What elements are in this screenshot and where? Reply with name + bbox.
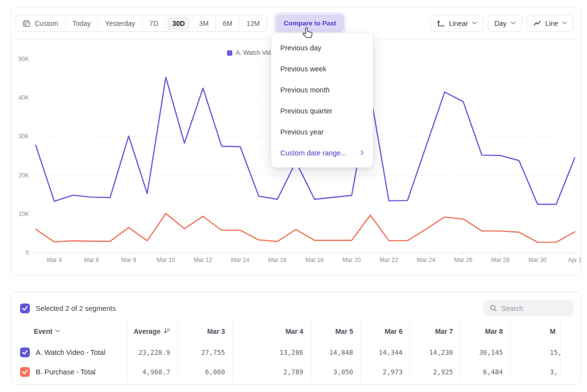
menu-item-label: Previous quarter [280, 107, 332, 115]
value: 3, [550, 368, 558, 376]
view-controls: LinearDayLine [430, 15, 574, 32]
column-header-label: Mar 4 [285, 327, 303, 335]
menu-item-previous-year[interactable]: Previous year [271, 121, 373, 142]
value-cell: 30,145 [461, 343, 511, 362]
range-label: 7D [149, 20, 158, 27]
svg-text:Mar 6: Mar 6 [84, 257, 99, 263]
value-cell: 23,228.9 [128, 343, 178, 362]
event-header-label: Event [34, 327, 52, 335]
range-button-custom[interactable]: Custom [16, 15, 66, 31]
value: 4,968.7 [142, 368, 170, 376]
chevron-down-icon [562, 22, 567, 25]
menu-item-previous-quarter[interactable]: Previous quarter [271, 100, 373, 121]
segment-name[interactable]: B. Purchase - Total [36, 368, 95, 376]
segment-name[interactable]: A. Watch Video - Total [36, 348, 105, 356]
linear-dropdown-button[interactable]: Linear [430, 15, 484, 32]
svg-text:Mar 22: Mar 22 [380, 257, 398, 263]
column-header-mar-7: Mar 7 [410, 320, 461, 343]
column-header-label: Mar 3 [207, 327, 225, 335]
event-column-header[interactable]: Event [11, 320, 128, 343]
chevron-down-icon [472, 22, 477, 25]
column-header-label: Mar 6 [384, 327, 403, 335]
column-header-label: Average [134, 327, 160, 335]
range-button-7d[interactable]: 7D [142, 15, 165, 31]
calendar-icon [23, 20, 30, 27]
select-all-checkbox[interactable] [20, 304, 30, 313]
svg-text:Mar 24: Mar 24 [417, 257, 435, 263]
column-header-label: Mar 8 [485, 327, 503, 335]
menu-item-label: Previous week [280, 65, 326, 73]
segment-checkbox[interactable] [20, 367, 30, 377]
range-button-today[interactable]: Today [66, 15, 98, 31]
event-cell: B. Purchase - Total [11, 362, 128, 382]
control-label: Day [495, 20, 507, 27]
svg-text:Mar 16: Mar 16 [268, 257, 287, 263]
selected-segments-label: Selected 2 of 2 segments [36, 305, 116, 312]
segments-header-row: Selected 2 of 2 segments [11, 292, 581, 318]
svg-text:0: 0 [25, 249, 29, 256]
menu-item-label: Custom date range... [280, 149, 346, 157]
column-header-mar-4: Mar 4 [233, 320, 311, 343]
value: 14,848 [329, 348, 353, 356]
svg-text:Mar 20: Mar 20 [342, 257, 361, 263]
range-button-3m[interactable]: 3M [192, 15, 216, 31]
menu-item-previous-week[interactable]: Previous week [271, 58, 373, 79]
column-header-label: Mar 7 [435, 327, 453, 335]
value-cell: 14,230 [410, 343, 461, 362]
menu-item-custom-date-range[interactable]: Custom date range... [271, 142, 373, 163]
value: 15, [550, 348, 562, 356]
value: 6,060 [205, 368, 225, 376]
value-cell: 13,286 [233, 343, 311, 362]
value-cell: 14,344 [361, 343, 410, 362]
svg-text:Mar 26: Mar 26 [454, 257, 473, 263]
day-dropdown-button[interactable]: Day [488, 15, 522, 32]
value-cell: 4,968.7 [128, 362, 178, 382]
value: 27,755 [201, 348, 225, 356]
value-cell: 6,060 [178, 362, 233, 382]
table-row: A. Watch Video - Total23,228.927,75513,2… [11, 343, 581, 362]
range-button-yesterday[interactable]: Yesterday [98, 15, 143, 31]
value-cell: 2,973 [361, 362, 410, 382]
check-icon [22, 370, 28, 374]
menu-item-previous-day[interactable]: Previous day [271, 37, 373, 58]
menu-item-previous-month[interactable]: Previous month [271, 79, 373, 100]
svg-text:30K: 30K [19, 133, 29, 140]
column-header-average[interactable]: Average [128, 320, 178, 343]
value: 2,789 [283, 368, 303, 376]
table-header-row: EventAverageMar 3Mar 4Mar 5Mar 6Mar 7Mar… [11, 320, 581, 343]
range-button-12m[interactable]: 12M [240, 15, 267, 31]
menu-item-label: Previous year [280, 128, 324, 136]
value: 2,925 [433, 368, 453, 376]
value-cell: 2,789 [233, 362, 311, 382]
svg-text:Mar 12: Mar 12 [194, 257, 212, 263]
value: 14,230 [429, 348, 453, 356]
range-label: 30D [167, 17, 190, 30]
chevron-right-icon [361, 150, 364, 155]
value: 2,973 [383, 368, 403, 376]
column-header-mar-5: Mar 5 [311, 320, 361, 343]
value-cell: 2,925 [410, 362, 461, 382]
svg-text:Apr 1: Apr 1 [568, 257, 581, 263]
chart-card: CustomTodayYesterday7D30D3M6M12M Compare… [11, 7, 581, 276]
segment-checkbox[interactable] [20, 348, 30, 357]
line-dropdown-button[interactable]: Line [526, 15, 574, 32]
search-box [483, 300, 574, 316]
chevron-down-icon [55, 329, 60, 333]
menu-item-label: Previous month [280, 86, 330, 94]
svg-text:20K: 20K [19, 172, 29, 179]
check-icon [22, 350, 28, 355]
column-header-mar-8: Mar 8 [461, 320, 511, 343]
value: 23,228.9 [138, 348, 170, 356]
menu-item-label: Previous day [280, 44, 321, 52]
line-chart-icon [533, 20, 542, 27]
range-button-30d[interactable]: 30D [165, 15, 192, 31]
svg-text:Mar 28: Mar 28 [491, 257, 510, 263]
search-input[interactable] [501, 305, 560, 312]
value-cell: 3,050 [311, 362, 361, 382]
compare-to-past-menu: Previous dayPrevious weekPrevious monthP… [271, 33, 373, 168]
value: 30,145 [479, 348, 503, 356]
column-header-label: M [550, 327, 556, 335]
control-label: Line [545, 20, 558, 27]
range-button-6m[interactable]: 6M [216, 15, 239, 31]
value: 3,050 [333, 368, 353, 376]
